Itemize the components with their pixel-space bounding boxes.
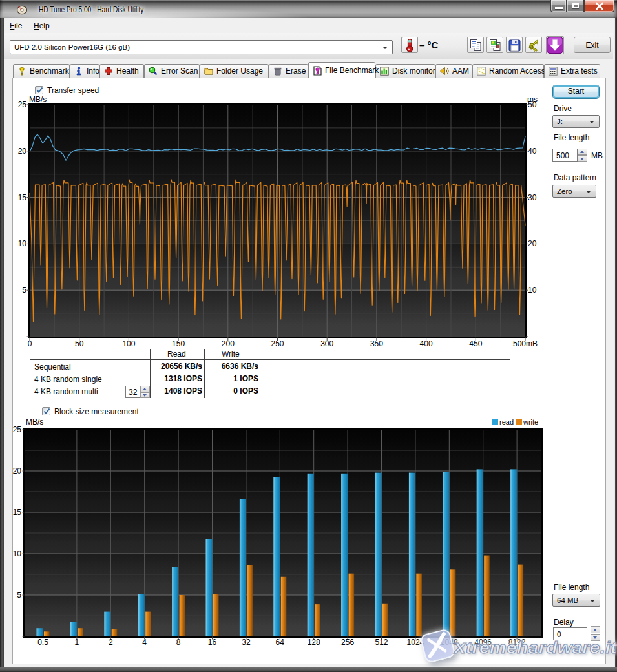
svg-text:150: 150 xyxy=(172,339,185,348)
svg-text:15: 15 xyxy=(13,508,22,517)
svg-text:write: write xyxy=(523,418,538,426)
svg-text:100: 100 xyxy=(122,339,135,348)
svg-text:10: 10 xyxy=(528,286,537,295)
svg-text:250: 250 xyxy=(271,339,284,348)
svg-text:20: 20 xyxy=(18,147,27,156)
svg-text:0: 0 xyxy=(28,339,32,348)
svg-text:MB/s: MB/s xyxy=(29,95,47,104)
svg-text:25: 25 xyxy=(18,100,27,109)
svg-text:350: 350 xyxy=(370,339,383,348)
svg-text:20: 20 xyxy=(528,239,537,248)
svg-text:read: read xyxy=(499,418,514,426)
svg-text:30: 30 xyxy=(528,193,537,202)
svg-text:MB/s: MB/s xyxy=(26,417,43,426)
svg-text:25: 25 xyxy=(13,425,22,434)
svg-text:50: 50 xyxy=(75,339,84,348)
svg-text:300: 300 xyxy=(320,339,333,348)
svg-text:20: 20 xyxy=(13,467,22,476)
svg-text:500mB: 500mB xyxy=(513,339,538,348)
svg-text:450: 450 xyxy=(469,339,482,348)
svg-text:5: 5 xyxy=(22,286,26,295)
svg-text:5: 5 xyxy=(17,591,21,600)
svg-text:10: 10 xyxy=(13,549,22,558)
svg-text:10: 10 xyxy=(18,239,27,248)
svg-text:400: 400 xyxy=(420,339,433,348)
svg-text:50: 50 xyxy=(528,100,537,109)
svg-text:15: 15 xyxy=(18,193,27,202)
svg-text:40: 40 xyxy=(528,147,537,156)
svg-text:200: 200 xyxy=(222,339,235,348)
